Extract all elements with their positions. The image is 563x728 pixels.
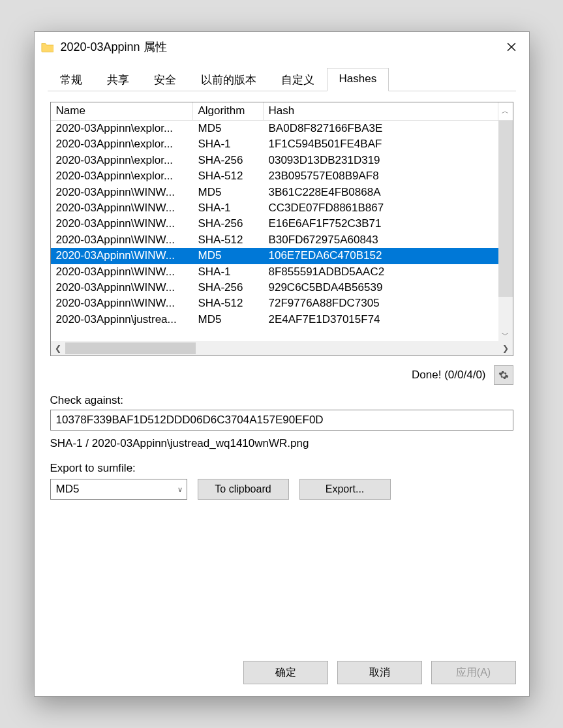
table-row[interactable]: 2020-03Appinn\explor...SHA-11F1C594B501F… xyxy=(51,136,498,152)
table-row[interactable]: 2020-03Appinn\WINW...MD5106E7EDA6C470B15… xyxy=(51,248,498,264)
cell-name: 2020-03Appinn\WINW... xyxy=(51,232,193,248)
tab-general[interactable]: 常规 xyxy=(48,68,95,91)
cell-name: 2020-03Appinn\WINW... xyxy=(51,264,193,280)
to-clipboard-button[interactable]: To clipboard xyxy=(198,479,289,500)
cell-hash: 3B61C228E4FB0868A xyxy=(264,185,498,200)
check-against-label: Check against: xyxy=(50,394,513,407)
tab-previous[interactable]: 以前的版本 xyxy=(189,68,269,91)
titlebar: 2020-03Appinn 属性 xyxy=(35,32,529,62)
hscroll-track[interactable] xyxy=(65,341,498,356)
content-area: 常规 共享 安全 以前的版本 自定义 Hashes Name Algorithm… xyxy=(35,62,529,653)
header-algorithm[interactable]: Algorithm xyxy=(193,102,264,120)
status-row: Done! (0/0/4/0) xyxy=(50,365,513,385)
table-row[interactable]: 2020-03Appinn\WINW...SHA-1CC3DE07FD8861B… xyxy=(51,200,498,216)
hash-list[interactable]: Name Algorithm Hash ︿ 2020-03Appinn\expl… xyxy=(50,102,513,356)
cell-hash: CC3DE07FD8861B867 xyxy=(264,200,498,216)
export-label: Export to sumfile: xyxy=(50,462,513,475)
cell-algorithm: MD5 xyxy=(193,248,264,264)
tab-sharing[interactable]: 共享 xyxy=(95,68,142,91)
table-row[interactable]: 2020-03Appinn\WINW...SHA-51272F9776A88FD… xyxy=(51,296,498,311)
cell-name: 2020-03Appinn\explor... xyxy=(51,136,193,152)
chevron-down-icon: ∨ xyxy=(177,485,183,494)
table-row[interactable]: 2020-03Appinn\WINW...SHA-256E16E6AF1F752… xyxy=(51,216,498,232)
cell-name: 2020-03Appinn\WINW... xyxy=(51,216,193,232)
cell-algorithm: MD5 xyxy=(193,312,264,327)
cell-hash: 929C6C5BDA4B56539 xyxy=(264,280,498,296)
cell-algorithm: SHA-1 xyxy=(193,264,264,280)
properties-dialog: 2020-03Appinn 属性 常规 共享 安全 以前的版本 自定义 Hash… xyxy=(34,31,530,697)
list-body: 2020-03Appinn\explor...MD5BA0D8F827166FB… xyxy=(51,121,513,341)
cell-name: 2020-03Appinn\WINW... xyxy=(51,248,193,264)
status-text: Done! (0/0/4/0) xyxy=(412,369,485,382)
cell-algorithm: SHA-512 xyxy=(193,296,264,311)
table-row[interactable]: 2020-03Appinn\explor...SHA-51223B095757E… xyxy=(51,168,498,184)
cell-hash: 8F855591ADBD5AAC2 xyxy=(264,264,498,280)
cell-algorithm: SHA-256 xyxy=(193,153,264,168)
cell-name: 2020-03Appinn\explor... xyxy=(51,168,193,184)
tab-security[interactable]: 安全 xyxy=(142,68,189,91)
header-hash[interactable]: Hash xyxy=(264,102,498,120)
tab-custom[interactable]: 自定义 xyxy=(269,68,327,91)
cell-algorithm: SHA-1 xyxy=(193,200,264,216)
settings-button[interactable] xyxy=(494,365,513,385)
cell-name: 2020-03Appinn\WINW... xyxy=(51,296,193,311)
cell-algorithm: SHA-256 xyxy=(193,280,264,296)
table-row[interactable]: 2020-03Appinn\justrea...MD52E4AF7E1D3701… xyxy=(51,312,498,327)
cell-algorithm: SHA-256 xyxy=(193,216,264,232)
cell-algorithm: MD5 xyxy=(193,121,264,136)
table-row[interactable]: 2020-03Appinn\WINW...SHA-512B30FD672975A… xyxy=(51,232,498,248)
vertical-scrollbar[interactable]: ﹀ xyxy=(498,121,513,341)
apply-button: 应用(A) xyxy=(431,661,516,684)
folder-icon xyxy=(41,42,54,52)
gear-icon xyxy=(498,370,509,380)
table-row[interactable]: 2020-03Appinn\explor...MD5BA0D8F827166FB… xyxy=(51,121,498,136)
export-algorithm-select[interactable]: MD5 ∨ xyxy=(50,479,187,500)
check-result-text: SHA-1 / 2020-03Appinn\justread_wq1410wnW… xyxy=(50,437,513,450)
cell-hash: 23B095757E08B9AF8 xyxy=(264,168,498,184)
horizontal-scrollbar[interactable]: ❮ ❯ xyxy=(51,341,513,356)
cell-algorithm: MD5 xyxy=(193,185,264,200)
scroll-down-arrow-icon[interactable]: ﹀ xyxy=(498,330,513,340)
cell-hash: 03093D13DB231D319 xyxy=(264,153,498,168)
cell-name: 2020-03Appinn\explor... xyxy=(51,153,193,168)
cell-name: 2020-03Appinn\WINW... xyxy=(51,200,193,216)
cell-hash: 106E7EDA6C470B152 xyxy=(264,248,498,264)
cell-algorithm: SHA-1 xyxy=(193,136,264,152)
list-rows: 2020-03Appinn\explor...MD5BA0D8F827166FB… xyxy=(51,121,498,341)
cell-name: 2020-03Appinn\WINW... xyxy=(51,185,193,200)
cell-hash: E16E6AF1F752C3B71 xyxy=(264,216,498,232)
cell-hash: BA0D8F827166FBA3E xyxy=(264,121,498,136)
tab-strip: 常规 共享 安全 以前的版本 自定义 Hashes xyxy=(48,67,516,91)
list-header: Name Algorithm Hash ︿ xyxy=(51,102,513,121)
scroll-right-arrow-icon[interactable]: ❯ xyxy=(498,344,513,353)
table-row[interactable]: 2020-03Appinn\explor...SHA-25603093D13DB… xyxy=(51,153,498,168)
table-row[interactable]: 2020-03Appinn\WINW...SHA-256929C6C5BDA4B… xyxy=(51,280,498,296)
ok-button[interactable]: 确定 xyxy=(243,661,328,684)
close-icon xyxy=(507,42,516,52)
hashes-pane: Name Algorithm Hash ︿ 2020-03Appinn\expl… xyxy=(48,91,516,641)
cell-algorithm: SHA-512 xyxy=(193,232,264,248)
scroll-left-arrow-icon[interactable]: ❮ xyxy=(51,344,65,353)
table-row[interactable]: 2020-03Appinn\WINW...SHA-18F855591ADBD5A… xyxy=(51,264,498,280)
cell-hash: 2E4AF7E1D37015F74 xyxy=(264,312,498,327)
tab-hashes[interactable]: Hashes xyxy=(327,68,389,91)
check-against-input[interactable] xyxy=(50,410,513,431)
export-algorithm-value: MD5 xyxy=(56,483,80,496)
cell-hash: B30FD672975A60843 xyxy=(264,232,498,248)
scrollbar-thumb[interactable] xyxy=(498,121,513,297)
hscroll-thumb[interactable] xyxy=(65,342,196,354)
cancel-button[interactable]: 取消 xyxy=(337,661,422,684)
table-row[interactable]: 2020-03Appinn\WINW...MD53B61C228E4FB0868… xyxy=(51,185,498,200)
close-button[interactable] xyxy=(496,32,526,62)
cell-name: 2020-03Appinn\explor... xyxy=(51,121,193,136)
cell-algorithm: SHA-512 xyxy=(193,168,264,184)
scroll-up-arrow-icon[interactable]: ︿ xyxy=(498,102,513,120)
cell-hash: 72F9776A88FDC7305 xyxy=(264,296,498,311)
cell-name: 2020-03Appinn\WINW... xyxy=(51,280,193,296)
export-row: MD5 ∨ To clipboard Export... xyxy=(50,479,513,500)
header-name[interactable]: Name xyxy=(51,102,193,120)
export-button[interactable]: Export... xyxy=(299,479,391,500)
dialog-footer: 确定 取消 应用(A) xyxy=(35,653,529,696)
window-title: 2020-03Appinn 属性 xyxy=(61,39,496,55)
cell-hash: 1F1C594B501FE4BAF xyxy=(264,136,498,152)
